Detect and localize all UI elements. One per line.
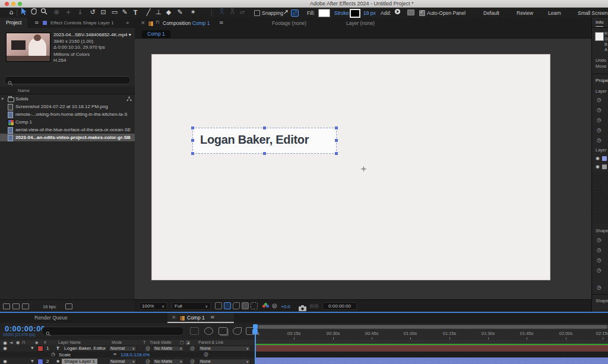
column-index[interactable]: # [44, 340, 46, 344]
pick-whip-icon[interactable]: @ [204, 352, 208, 357]
armature-icon[interactable] [217, 8, 226, 18]
workspace-review[interactable]: Review [517, 10, 533, 16]
close-tab-icon[interactable]: × [172, 314, 176, 320]
fill-color-swatch[interactable] [318, 9, 330, 17]
composition-viewport[interactable]: Logan Baker, Editor [151, 54, 550, 280]
dropdown-caret-icon[interactable]: ▾ [129, 32, 131, 37]
pan-behind-tool-icon[interactable]: ⊡ [99, 8, 107, 18]
work-area-bar[interactable] [255, 325, 608, 329]
subtab-comp-1[interactable]: Comp 1 [142, 30, 170, 38]
region-of-interest-icon[interactable] [242, 302, 249, 309]
text-layer-content[interactable]: Logan Baker, Editor [200, 133, 309, 147]
column-layer-name[interactable]: Layer Name [58, 340, 81, 344]
panel-menu-icon[interactable]: ≡ [210, 314, 215, 320]
motion-blur-icon[interactable] [233, 327, 242, 335]
timeline-search-input[interactable] [42, 327, 184, 335]
transform-handle[interactable] [191, 126, 194, 129]
list-item-remote-footage[interactable]: remote-...orking-from-home-sitting-in-th… [0, 110, 135, 118]
type-tool-icon[interactable]: T [131, 8, 140, 18]
choose-grid-icon[interactable] [215, 302, 222, 309]
transparency-grid-icon[interactable] [224, 302, 231, 309]
work-area-range[interactable] [259, 325, 607, 328]
tab-layer[interactable]: Layer (none) [346, 20, 375, 26]
column-parent-link[interactable]: Parent & Link [198, 340, 223, 344]
more-tabs-chevron-icon[interactable]: » [126, 20, 129, 26]
tab-render-queue[interactable]: Render Queue [34, 315, 68, 321]
history-move[interactable]: Move [596, 64, 606, 69]
current-timecode[interactable]: 0:00:00:00 [5, 324, 46, 333]
channel-icon[interactable] [262, 303, 270, 310]
time-ruler[interactable]: 0s 00:15s 00:30s 00:45s 01:00s 01:15s 01… [255, 329, 608, 340]
stopwatch-icon[interactable]: ◷ [597, 138, 601, 143]
work-area-start-handle[interactable] [253, 324, 258, 329]
lasso-icon[interactable]: ▱ [238, 8, 246, 18]
scale-property-row[interactable]: ◷ Scale ∞ 128.0,128.0% @ [0, 352, 255, 357]
project-bit-depth[interactable]: 16 bpc [43, 304, 56, 309]
mask-visibility-icon[interactable] [233, 302, 240, 309]
snap-options-icon[interactable]: ↗ [281, 8, 290, 18]
layer-color-chip[interactable] [37, 346, 43, 352]
stopwatch-icon[interactable]: ◷ [597, 268, 601, 273]
pick-whip-icon[interactable]: @ [145, 359, 150, 364]
footage-thumbnail[interactable] [6, 33, 50, 62]
layer-name-selected[interactable]: Shape Layer 1 [62, 359, 97, 364]
exposure-value[interactable]: +0.0 [281, 304, 290, 309]
roto-brush-tool-icon[interactable]: ✎ [176, 8, 184, 18]
list-item-selected-footage[interactable]: 2023-04...an-edits-video-project-makes-c… [0, 134, 135, 141]
interpret-footage-icon[interactable] [3, 303, 10, 309]
layer-name[interactable]: Logan Baker, Editor [64, 346, 106, 351]
new-composition-icon[interactable] [22, 303, 29, 309]
brush-tool-icon[interactable]: ╱ [144, 8, 153, 18]
eye-icon[interactable]: ◉ [3, 346, 7, 351]
stopwatch-icon[interactable]: ◷ [597, 128, 601, 133]
show-snapshot-icon[interactable]: ◎◎ [309, 303, 319, 309]
add-play-icon[interactable] [393, 8, 401, 18]
stopwatch-icon[interactable]: ◷ [597, 285, 601, 290]
eye-icon[interactable]: ◉ [596, 164, 600, 169]
parent-dropdown[interactable]: None∨ [198, 346, 251, 352]
eraser-tool-icon[interactable]: ◆ [164, 8, 173, 18]
lock-icon[interactable]: ⊓ [156, 20, 159, 25]
snapping-checkbox[interactable] [254, 10, 260, 16]
selected-text-layer[interactable]: Logan Baker, Editor [192, 128, 337, 154]
parent-pick-whip-icon[interactable]: @ [190, 346, 195, 351]
pen-tool-icon[interactable]: ✎ [121, 8, 129, 18]
column-t[interactable]: T [143, 340, 145, 344]
parent-pick-whip-icon[interactable]: @ [190, 359, 195, 364]
eye-icon[interactable]: ◉ [3, 359, 7, 364]
expand-icon[interactable]: ⤢ [291, 10, 299, 17]
column-name[interactable]: Name [18, 88, 30, 93]
expand-chevron-icon[interactable]: ▼ [31, 359, 34, 363]
workspace-default[interactable]: Default [483, 10, 499, 16]
list-item-screenshot[interactable]: Screenshot 2024-07-22 at 10.18.12 PM.png [0, 103, 135, 110]
parent-dropdown[interactable]: None∨ [198, 359, 251, 364]
stopwatch-icon[interactable]: ◷ [597, 118, 601, 123]
resolution-dropdown[interactable]: Full∨ [172, 302, 211, 310]
stopwatch-icon[interactable]: ◷ [597, 248, 601, 253]
stroke-width-value[interactable]: 19 px [363, 10, 376, 16]
viewer-timecode[interactable]: 0:00:00:00 [322, 302, 357, 310]
dolly-camera-tool-icon[interactable]: ↓ [76, 8, 84, 18]
stopwatch-icon[interactable]: ◷ [597, 97, 601, 103]
transform-handle[interactable] [335, 152, 338, 155]
panel-menu-icon[interactable]: ≡ [219, 20, 224, 26]
guides-icon[interactable] [251, 302, 258, 309]
frame-blending-icon[interactable] [218, 327, 227, 335]
blend-mode-dropdown[interactable]: Normal∨ [109, 359, 137, 364]
panel-toggle-icon[interactable] [407, 10, 414, 15]
playhead-handle[interactable] [252, 329, 258, 334]
stopwatch-icon[interactable]: ◷ [597, 258, 601, 263]
scale-value[interactable]: 128.0,128.0% [121, 352, 150, 357]
orbit-camera-tool-icon[interactable]: ⊕ [52, 8, 61, 18]
expand-chevron-icon[interactable]: ▸ [2, 95, 4, 103]
list-item-aerial-footage[interactable]: aerial-view-of-the-blue-surface-of-the-s… [0, 126, 135, 134]
stroke-color-swatch[interactable] [350, 9, 360, 18]
panel-menu-icon[interactable]: ≡ [34, 20, 39, 26]
tab-properties[interactable]: Prope [596, 78, 608, 83]
list-item-solids[interactable]: ▸ Solids [0, 95, 135, 103]
tab-composition[interactable]: Composition Comp 1 [163, 20, 210, 29]
workspace-small-screen[interactable]: Small Screen [578, 10, 608, 16]
layer-row-1[interactable]: ◉ ▼ 1 T Logan Baker, Editor Normal∨ @ No… [0, 345, 255, 352]
zoom-tool-icon[interactable] [40, 8, 48, 18]
stopwatch-icon[interactable]: ◷ [597, 107, 601, 113]
